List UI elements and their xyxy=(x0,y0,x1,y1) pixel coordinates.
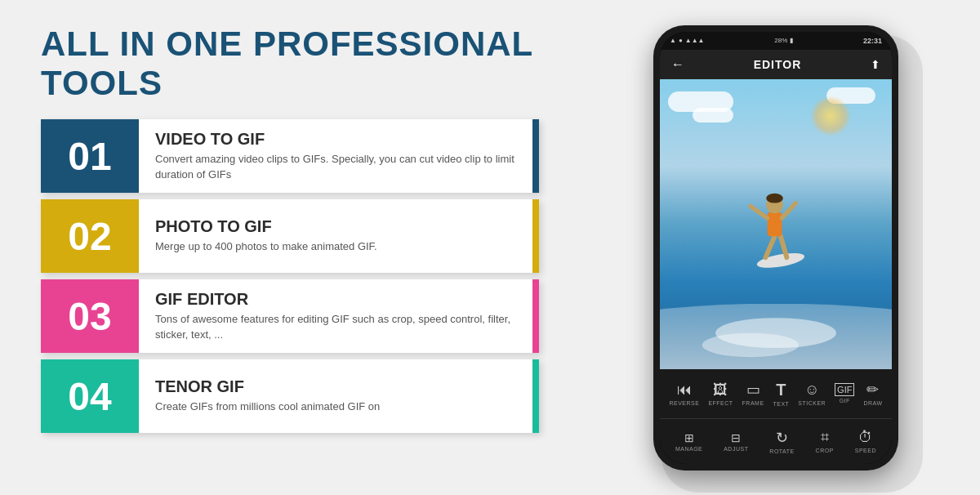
text-tool[interactable]: T TEXT xyxy=(773,381,789,407)
gif-icon: GIF xyxy=(835,383,854,396)
adjust-icon: ⊟ xyxy=(731,431,741,444)
feature-desc-2: Merge up to 400 photos to make animated … xyxy=(155,239,516,254)
svg-line-5 xyxy=(751,206,768,218)
draw-tool[interactable]: ✏ DRAW xyxy=(863,381,882,406)
phone-frame: ▲ ● ▲▲▲ 28% ▮ 22:31 ← EDITOR ⬆ xyxy=(653,25,898,470)
svg-point-1 xyxy=(755,250,805,270)
left-section: ALL IN ONE PROFESSIONAL TOOLS 01 VIDEO T… xyxy=(0,0,572,495)
adjust-label: ADJUST xyxy=(724,446,748,452)
feature-number-4: 04 xyxy=(41,359,139,433)
signal-icon: ● xyxy=(679,37,683,44)
svg-point-8 xyxy=(766,193,783,203)
manage-label: MANAGE xyxy=(675,446,702,452)
crop-tool[interactable]: ⌗ CROP xyxy=(816,429,834,453)
feature-item-1: 01 VIDEO TO GIF Convert amazing video cl… xyxy=(41,119,539,193)
feature-desc-3: Tons of awesome features for editing GIF… xyxy=(155,312,516,341)
speed-tool[interactable]: ⏱ SPEED xyxy=(855,429,876,453)
feature-desc-1: Convert amazing video clips to GIFs. Spe… xyxy=(155,152,516,181)
upload-button[interactable]: ⬆ xyxy=(871,58,880,71)
crop-icon: ⌗ xyxy=(821,429,829,446)
feature-title-3: GIF EDITOR xyxy=(155,290,516,309)
feature-item-3: 03 GIF EDITOR Tons of awesome features f… xyxy=(41,279,539,353)
reverse-icon: ⏮ xyxy=(677,381,692,399)
gif-tool[interactable]: GIF GIF xyxy=(835,383,854,404)
right-section: ▲ ● ▲▲▲ 28% ▮ 22:31 ← EDITOR ⬆ xyxy=(572,0,980,495)
reverse-label: REVERSE xyxy=(669,400,699,406)
cloud-3 xyxy=(693,108,733,123)
feature-number-2: 02 xyxy=(41,199,139,273)
effect-icon: 🖼 xyxy=(713,381,728,399)
phone-image-area xyxy=(660,79,892,369)
rotate-icon: ↻ xyxy=(776,429,788,447)
feature-content-2: PHOTO TO GIF Merge up to 400 photos to m… xyxy=(139,199,539,273)
text-icon: T xyxy=(776,381,786,399)
rotate-label: ROTATE xyxy=(769,448,794,454)
speed-icon: ⏱ xyxy=(858,429,873,446)
effect-tool[interactable]: 🖼 EFFECT xyxy=(708,381,733,406)
sticker-tool[interactable]: ☺ STICKER xyxy=(798,381,826,406)
crop-label: CROP xyxy=(816,448,834,453)
wave-effect xyxy=(660,304,892,369)
manage-tool[interactable]: ⊞ MANAGE xyxy=(675,431,702,452)
feature-number-1: 01 xyxy=(41,119,139,193)
main-title: ALL IN ONE PROFESSIONAL TOOLS xyxy=(41,25,539,103)
feature-title-1: VIDEO TO GIF xyxy=(155,130,516,149)
app-title: EDITOR xyxy=(754,58,802,71)
feature-number-3: 03 xyxy=(41,279,139,353)
sun-glow xyxy=(810,96,851,136)
draw-label: DRAW xyxy=(863,400,882,406)
phone-toolbar-bottom: ⊞ MANAGE ⊟ ADJUST ↻ ROTATE ⌗ CROP ⏱ xyxy=(660,418,892,464)
battery-percent: 28% xyxy=(774,37,787,44)
status-time: 22:31 xyxy=(863,37,882,45)
phone-inner: ▲ ● ▲▲▲ 28% ▮ 22:31 ← EDITOR ⬆ xyxy=(660,32,892,464)
frame-icon: ▭ xyxy=(746,381,760,399)
status-icons: ▲ ● ▲▲▲ xyxy=(670,37,705,44)
battery-icon: ▮ xyxy=(790,37,793,44)
lte-icon: ▲▲▲ xyxy=(685,37,705,44)
feature-content-3: GIF EDITOR Tons of awesome features for … xyxy=(139,279,539,353)
effect-label: EFFECT xyxy=(708,400,733,406)
draw-icon: ✏ xyxy=(866,381,879,399)
manage-icon: ⊞ xyxy=(684,431,694,444)
svg-line-2 xyxy=(765,236,774,257)
frame-label: FRAME xyxy=(742,400,764,406)
svg-rect-4 xyxy=(768,212,782,236)
phone-status-bar: ▲ ● ▲▲▲ 28% ▮ 22:31 xyxy=(660,32,892,50)
frame-tool[interactable]: ▭ FRAME xyxy=(742,381,764,406)
battery-status: 28% ▮ xyxy=(774,37,793,44)
features-list: 01 VIDEO TO GIF Convert amazing video cl… xyxy=(41,119,539,439)
feature-item-2: 02 PHOTO TO GIF Merge up to 400 photos t… xyxy=(41,199,539,273)
rotate-tool[interactable]: ↻ ROTATE xyxy=(769,429,794,454)
feature-title-2: PHOTO TO GIF xyxy=(155,217,516,236)
reverse-tool[interactable]: ⏮ REVERSE xyxy=(669,381,699,406)
feature-title-4: TENOR GIF xyxy=(155,377,516,396)
sticker-icon: ☺ xyxy=(804,381,819,399)
speed-label: SPEED xyxy=(855,448,876,453)
wifi-icon: ▲ xyxy=(670,37,676,44)
feature-content-1: VIDEO TO GIF Convert amazing video clips… xyxy=(139,119,539,193)
back-button[interactable]: ← xyxy=(671,57,684,72)
sticker-label: STICKER xyxy=(798,400,826,406)
feature-desc-4: Create GIFs from millions cool animated … xyxy=(155,399,516,414)
feature-content-4: TENOR GIF Create GIFs from millions cool… xyxy=(139,359,539,433)
svg-line-6 xyxy=(782,203,795,217)
phone-toolbar-top: ⏮ REVERSE 🖼 EFFECT ▭ FRAME T TEXT ☺ xyxy=(660,369,892,418)
feature-item-4: 04 TENOR GIF Create GIFs from millions c… xyxy=(41,359,539,433)
gif-label: GIF xyxy=(840,398,850,404)
text-label: TEXT xyxy=(773,401,789,407)
adjust-tool[interactable]: ⊟ ADJUST xyxy=(724,431,748,452)
phone-app-header: ← EDITOR ⬆ xyxy=(660,50,892,79)
